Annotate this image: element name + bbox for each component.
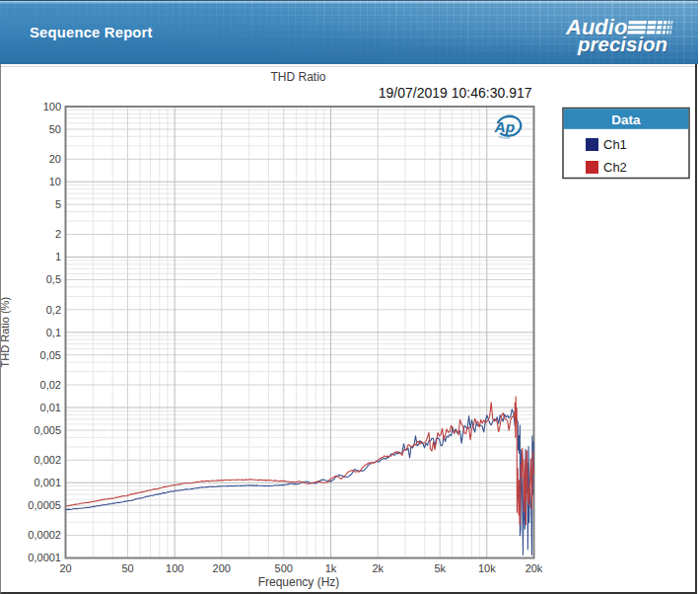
svg-text:precision: precision [577,33,667,55]
